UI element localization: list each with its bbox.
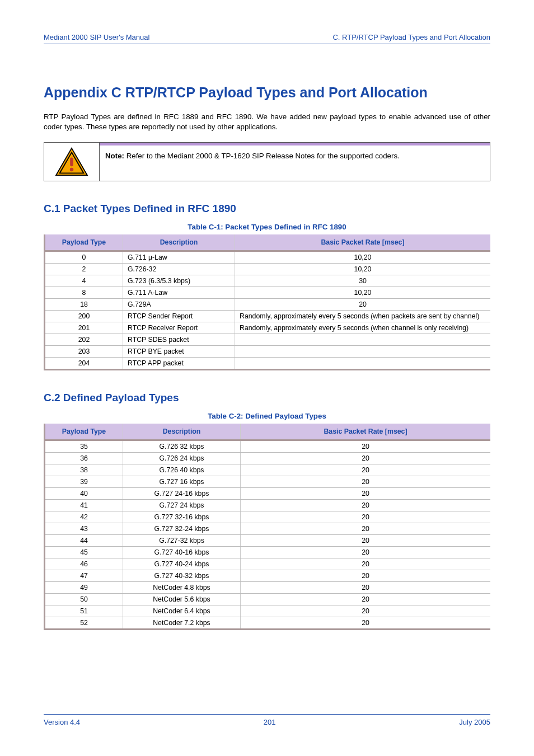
table-c2-h1: Payload Type bbox=[45, 424, 123, 440]
appendix-title: Appendix C RTP/RTCP Payload Types and Po… bbox=[44, 84, 490, 101]
table-cell: G.727 24-16 kbps bbox=[123, 487, 241, 499]
table-row: 45G.727 40-16 kbps20 bbox=[45, 546, 491, 558]
table-cell: 20 bbox=[241, 464, 491, 476]
table-cell: 42 bbox=[45, 511, 123, 523]
table-cell: 50 bbox=[45, 593, 123, 605]
table-c1-h2: Description bbox=[123, 234, 235, 251]
table-cell: RTCP BYE packet bbox=[123, 345, 235, 357]
table-row: 4G.723 (6.3/5.3 kbps)30 bbox=[45, 275, 491, 287]
table-cell: RTCP APP packet bbox=[123, 357, 235, 369]
table-cell: 38 bbox=[45, 464, 123, 476]
table-cell: 20 bbox=[241, 499, 491, 511]
table-cell: 36 bbox=[45, 452, 123, 464]
table-row: 41G.727 24 kbps20 bbox=[45, 499, 491, 511]
table-cell: 10,20 bbox=[235, 263, 491, 275]
table-cell: 20 bbox=[241, 511, 491, 523]
table-c2-h2: Description bbox=[123, 424, 241, 440]
table-cell: RTCP Sender Report bbox=[123, 310, 235, 322]
table-cell: 46 bbox=[45, 558, 123, 570]
table-cell: G.723 (6.3/5.3 kbps) bbox=[123, 275, 235, 287]
note-text: Note: Refer to the Mediant 2000 & TP-162… bbox=[100, 145, 490, 167]
table-cell: 30 bbox=[235, 275, 491, 287]
table-row: 203RTCP BYE packet bbox=[45, 345, 491, 357]
table-row: 52NetCoder 7.2 kbps20 bbox=[45, 617, 491, 629]
table-row: 39G.727 16 kbps20 bbox=[45, 476, 491, 487]
table-cell: 20 bbox=[241, 452, 491, 464]
svg-point-3 bbox=[70, 168, 74, 172]
table-cell: NetCoder 5.6 kbps bbox=[123, 593, 241, 605]
table-cell: 20 bbox=[241, 440, 491, 452]
table-cell: G.727 32-24 kbps bbox=[123, 523, 241, 534]
table-cell bbox=[235, 334, 491, 345]
table-cell: G.727-32 kbps bbox=[123, 534, 241, 546]
table-cell: 20 bbox=[241, 534, 491, 546]
table-cell: G.726 40 kbps bbox=[123, 464, 241, 476]
table-cell: 10,20 bbox=[235, 287, 491, 298]
table-row: 2G.726-3210,20 bbox=[45, 263, 491, 275]
table-cell: Randomly, approximately every 5 seconds … bbox=[235, 322, 491, 334]
note-label: Note: bbox=[105, 152, 124, 160]
table-row: 204RTCP APP packet bbox=[45, 357, 491, 369]
table-row: 201RTCP Receiver ReportRandomly, approxi… bbox=[45, 322, 491, 334]
table-cell: RTCP Receiver Report bbox=[123, 322, 235, 334]
table-cell: 8 bbox=[45, 287, 123, 298]
table-c1: Payload Type Description Basic Packet Ra… bbox=[44, 234, 490, 370]
table-row: 47G.727 40-32 kbps20 bbox=[45, 570, 491, 581]
table-cell: 49 bbox=[45, 581, 123, 593]
table-cell: 204 bbox=[45, 357, 123, 369]
table-row: 42G.727 32-16 kbps20 bbox=[45, 511, 491, 523]
table-c2: Payload Type Description Basic Packet Ra… bbox=[44, 424, 490, 630]
table-row: 44G.727-32 kbps20 bbox=[45, 534, 491, 546]
table-cell: 40 bbox=[45, 487, 123, 499]
table-cell: 44 bbox=[45, 534, 123, 546]
table-cell: 10,20 bbox=[235, 251, 491, 263]
footer-center: 201 bbox=[264, 718, 276, 726]
table-cell: 51 bbox=[45, 605, 123, 617]
table-row: 18G.729A20 bbox=[45, 298, 491, 310]
table-cell bbox=[235, 357, 491, 369]
table-cell: G.726-32 bbox=[123, 263, 235, 275]
table-c2-caption: Table C-2: Defined Payload Types bbox=[44, 412, 490, 420]
table-cell: 43 bbox=[45, 523, 123, 534]
table-row: 49NetCoder 4.8 kbps20 bbox=[45, 581, 491, 593]
table-row: 202RTCP SDES packet bbox=[45, 334, 491, 345]
warning-icon-cell bbox=[44, 143, 99, 181]
table-cell: 18 bbox=[45, 298, 123, 310]
table-cell: 20 bbox=[241, 581, 491, 593]
table-row: 43G.727 32-24 kbps20 bbox=[45, 523, 491, 534]
table-cell: G.726 32 kbps bbox=[123, 440, 241, 452]
note-box: Note: Refer to the Mediant 2000 & TP-162… bbox=[44, 142, 490, 181]
table-cell: 4 bbox=[45, 275, 123, 287]
table-cell: 20 bbox=[241, 546, 491, 558]
table-cell: 20 bbox=[241, 617, 491, 629]
intro-paragraph: RTP Payload Types are defined in RFC 188… bbox=[44, 112, 490, 132]
table-cell: G.727 16 kbps bbox=[123, 476, 241, 487]
warning-icon bbox=[55, 147, 88, 176]
footer-right: July 2005 bbox=[459, 718, 490, 726]
header-right: C. RTP/RTCP Payload Types and Port Alloc… bbox=[332, 33, 490, 41]
table-cell: 20 bbox=[241, 523, 491, 534]
table-cell: NetCoder 7.2 kbps bbox=[123, 617, 241, 629]
table-cell: 20 bbox=[241, 593, 491, 605]
table-cell: G.727 32-16 kbps bbox=[123, 511, 241, 523]
table-row: 51NetCoder 6.4 kbps20 bbox=[45, 605, 491, 617]
table-row: 38G.726 40 kbps20 bbox=[45, 464, 491, 476]
table-cell: 20 bbox=[235, 298, 491, 310]
page-header: Mediant 2000 SIP User's Manual C. RTP/RT… bbox=[44, 33, 490, 44]
table-cell: 35 bbox=[45, 440, 123, 452]
table-row: 50NetCoder 5.6 kbps20 bbox=[45, 593, 491, 605]
table-row: 0G.711 µ-Law10,20 bbox=[45, 251, 491, 263]
table-cell: NetCoder 4.8 kbps bbox=[123, 581, 241, 593]
table-cell: 41 bbox=[45, 499, 123, 511]
table-cell: G.727 24 kbps bbox=[123, 499, 241, 511]
table-row: 8G.711 A-Law10,20 bbox=[45, 287, 491, 298]
table-cell: 47 bbox=[45, 570, 123, 581]
table-cell: 20 bbox=[241, 570, 491, 581]
table-cell: G.727 40-16 kbps bbox=[123, 546, 241, 558]
table-cell: G.727 40-32 kbps bbox=[123, 570, 241, 581]
table-cell bbox=[235, 345, 491, 357]
table-row: 35G.726 32 kbps20 bbox=[45, 440, 491, 452]
header-left: Mediant 2000 SIP User's Manual bbox=[44, 33, 149, 41]
table-cell: Randomly, approximately every 5 seconds … bbox=[235, 310, 491, 322]
table-cell: 20 bbox=[241, 487, 491, 499]
